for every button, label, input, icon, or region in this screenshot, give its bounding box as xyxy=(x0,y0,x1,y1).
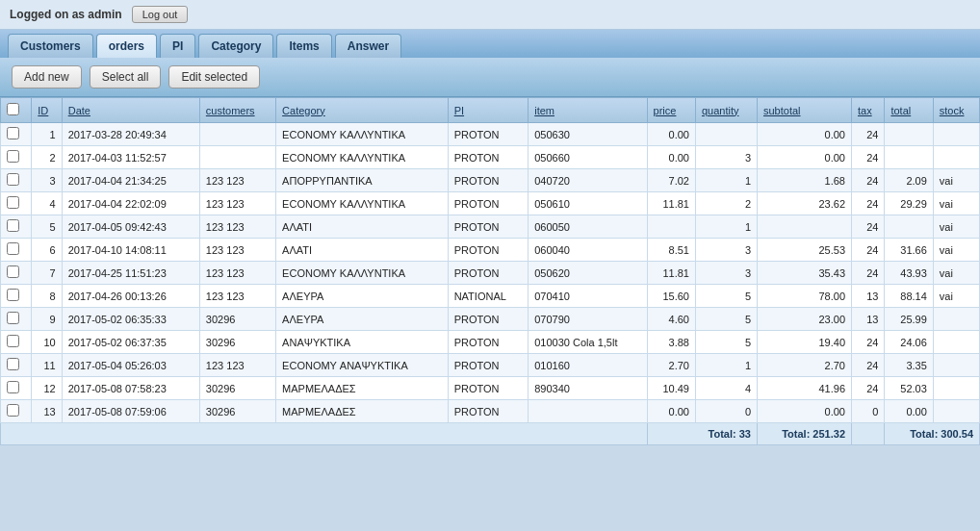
row-select-checkbox[interactable] xyxy=(7,173,19,186)
cell-date: 2017-05-08 07:58:23 xyxy=(62,377,199,400)
row-checkbox[interactable] xyxy=(1,146,32,169)
row-checkbox[interactable] xyxy=(1,377,32,400)
cell-item: 050630 xyxy=(529,123,647,146)
cell-subtotal: 23.00 xyxy=(758,308,852,331)
row-select-checkbox[interactable] xyxy=(7,289,19,301)
col-stock[interactable]: stock xyxy=(933,98,979,123)
cell-subtotal: 2.70 xyxy=(758,354,852,377)
col-customers[interactable]: customers xyxy=(199,98,275,123)
table-row: 6 2017-04-10 14:08:11 123 123 ΑΛΑΤΙ PROT… xyxy=(1,239,980,262)
col-tax[interactable]: tax xyxy=(852,98,885,123)
tab-pi[interactable]: PI xyxy=(160,34,195,58)
col-id[interactable]: ID xyxy=(32,98,62,123)
cell-price: 4.60 xyxy=(647,308,695,331)
cell-date: 2017-05-04 05:26:03 xyxy=(62,354,199,377)
cell-pi: PROTON xyxy=(448,192,529,215)
col-date[interactable]: Date xyxy=(62,98,199,123)
row-checkbox[interactable] xyxy=(1,239,32,262)
cell-subtotal: 35.43 xyxy=(758,262,852,285)
row-select-checkbox[interactable] xyxy=(7,381,19,393)
cell-customers: 123 123 xyxy=(199,262,275,285)
cell-item: 010030 Cola 1,5lt xyxy=(529,331,647,354)
table-row: 11 2017-05-04 05:26:03 123 123 ECONOMY Α… xyxy=(1,354,980,377)
cell-stock xyxy=(933,400,979,423)
cell-total: 31.66 xyxy=(885,239,933,262)
row-checkbox[interactable] xyxy=(1,215,32,239)
add-new-button[interactable]: Add new xyxy=(12,65,82,88)
row-select-checkbox[interactable] xyxy=(7,196,19,209)
col-total[interactable]: total xyxy=(885,98,933,123)
tab-orders[interactable]: orders xyxy=(96,34,157,58)
cell-id: 4 xyxy=(32,192,62,215)
row-checkbox[interactable] xyxy=(1,400,32,423)
row-select-checkbox[interactable] xyxy=(7,242,19,255)
col-pi[interactable]: PI xyxy=(448,98,529,123)
tab-items[interactable]: Items xyxy=(276,34,331,58)
row-checkbox[interactable] xyxy=(1,331,32,354)
row-checkbox[interactable] xyxy=(1,169,32,192)
cell-customers: 123 123 xyxy=(199,285,275,308)
cell-id: 1 xyxy=(32,123,62,146)
row-checkbox[interactable] xyxy=(1,354,32,377)
select-all-button[interactable]: Select all xyxy=(90,65,162,88)
row-checkbox[interactable] xyxy=(1,308,32,331)
tab-customers[interactable]: Customers xyxy=(8,34,93,58)
cell-pi: PROTON xyxy=(448,400,529,423)
cell-tax: 24 xyxy=(852,215,885,239)
col-quantity[interactable]: quantity xyxy=(695,98,757,123)
cell-date: 2017-04-03 11:52:57 xyxy=(62,146,199,169)
row-checkbox[interactable] xyxy=(1,262,32,285)
cell-quantity: 0 xyxy=(695,400,757,423)
cell-total: 88.14 xyxy=(885,285,933,308)
row-select-checkbox[interactable] xyxy=(7,404,19,417)
row-select-checkbox[interactable] xyxy=(7,266,19,278)
cell-category: ECONOMY ΑΝΑΨΥΚΤΙΚΑ xyxy=(276,354,449,377)
cell-customers: 123 123 xyxy=(199,169,275,192)
row-checkbox[interactable] xyxy=(1,123,32,146)
cell-subtotal: 0.00 xyxy=(758,400,852,423)
cell-customers: 123 123 xyxy=(199,192,275,215)
col-price[interactable]: price xyxy=(647,98,695,123)
col-item[interactable]: item xyxy=(529,98,647,123)
cell-stock xyxy=(933,123,979,146)
cell-id: 2 xyxy=(32,146,62,169)
select-all-checkbox[interactable] xyxy=(7,103,19,115)
tab-category[interactable]: Category xyxy=(198,34,273,58)
col-category[interactable]: Category xyxy=(276,98,449,123)
row-select-checkbox[interactable] xyxy=(7,150,19,163)
logout-button[interactable]: Log out xyxy=(132,6,189,23)
cell-tax: 24 xyxy=(852,169,885,192)
cell-stock: vai xyxy=(933,192,979,215)
cell-total: 52.03 xyxy=(885,377,933,400)
row-checkbox[interactable] xyxy=(1,285,32,308)
data-table: ID Date customers Category PI item price… xyxy=(0,97,980,445)
col-subtotal[interactable]: subtotal xyxy=(758,98,852,123)
cell-total xyxy=(885,146,933,169)
cell-tax: 24 xyxy=(852,239,885,262)
col-checkbox[interactable] xyxy=(1,98,32,123)
row-select-checkbox[interactable] xyxy=(7,335,19,347)
tab-answer[interactable]: Answer xyxy=(335,34,401,58)
cell-price: 11.81 xyxy=(647,262,695,285)
row-checkbox[interactable] xyxy=(1,192,32,215)
cell-quantity: 1 xyxy=(695,354,757,377)
nav-tabs: Customers orders PI Category Items Answe… xyxy=(0,30,980,58)
cell-subtotal: 78.00 xyxy=(758,285,852,308)
edit-selected-button[interactable]: Edit selected xyxy=(168,65,260,88)
cell-customers: 123 123 xyxy=(199,239,275,262)
table-header-row: ID Date customers Category PI item price… xyxy=(1,98,980,123)
row-select-checkbox[interactable] xyxy=(7,127,19,139)
cell-customers xyxy=(199,146,275,169)
row-select-checkbox[interactable] xyxy=(7,219,19,232)
cell-customers: 123 123 xyxy=(199,215,275,239)
cell-date: 2017-04-04 21:34:25 xyxy=(62,169,199,192)
cell-customers: 30296 xyxy=(199,331,275,354)
row-select-checkbox[interactable] xyxy=(7,312,19,324)
cell-quantity: 1 xyxy=(695,169,757,192)
cell-quantity: 3 xyxy=(695,262,757,285)
row-select-checkbox[interactable] xyxy=(7,358,19,370)
table-row: 2 2017-04-03 11:52:57 ECONOMY ΚΑΛΛΥΝΤΙΚΑ… xyxy=(1,146,980,169)
cell-item: 070410 xyxy=(529,285,647,308)
cell-item: 060040 xyxy=(529,239,647,262)
footer-tax-col xyxy=(852,423,885,445)
